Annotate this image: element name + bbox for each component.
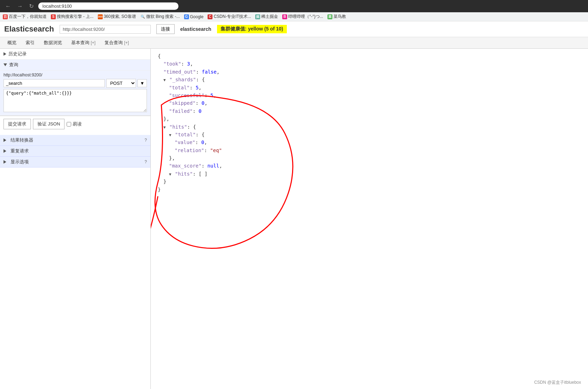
shards-collapse-arrow[interactable]: ▼ <box>163 78 166 82</box>
display-options-icon <box>4 160 6 164</box>
display-options-row[interactable]: 显示选项 ? <box>0 157 150 168</box>
app-header: Elasticsearch 连接 elasticsearch 集群健康值: ye… <box>0 21 588 37</box>
query-section-header[interactable]: 查询 <box>0 60 150 70</box>
json-line-1: "took": 3, <box>158 60 581 68</box>
bookmark-runoob[interactable]: 菜 菜鸟教 <box>327 14 346 20</box>
json-line-4: "total": 5, <box>158 84 581 91</box>
query-url: http://localhost:9200/ <box>4 73 147 77</box>
browser-chrome: ← → ↻ localhost:9100 <box>0 0 588 12</box>
json-line-8: }, <box>158 115 581 123</box>
sougou-icon: S <box>51 14 56 19</box>
sidebar: 历史记录 查询 http://localhost:9200/ POST GET … <box>0 49 151 389</box>
repeat-request-icon <box>4 149 6 153</box>
bookmark-sougou[interactable]: S 搜狗搜索引擎 - 上... <box>51 14 94 20</box>
json-line-13: }, <box>158 154 581 162</box>
runoob-icon: 菜 <box>327 14 332 19</box>
readable-checkbox-input[interactable] <box>67 122 71 127</box>
query-section: http://localhost:9200/ POST GET PUT DELE… <box>0 70 150 116</box>
action-buttons: 提交请求 验证 JSON 易读 <box>4 119 147 129</box>
tab-index[interactable]: 索引 <box>21 37 39 48</box>
query-collapse-icon <box>4 63 7 66</box>
sidebar-bottom: 提交请求 验证 JSON 易读 <box>0 116 150 135</box>
back-button[interactable]: ← <box>4 2 13 10</box>
json-line-3: ▼ "_shards": { <box>158 76 581 83</box>
bing-icon: 🔍 <box>140 14 145 19</box>
bookmark-360-label: 360搜索, SO靠谱 <box>104 14 136 20</box>
json-line-5: "successful": 5, <box>158 91 581 99</box>
json-line-6: "skipped": 0, <box>158 99 581 107</box>
cluster-name: elasticsearch <box>180 26 211 32</box>
json-line-15: ▼ "hits": [ ] <box>158 170 581 178</box>
json-line-0: { <box>158 52 581 60</box>
history-collapse-icon <box>4 52 6 56</box>
bookmark-csdn[interactable]: C CSDN-专业IT技术... <box>208 14 251 20</box>
connect-button[interactable]: 连接 <box>156 24 175 34</box>
result-transformer-row[interactable]: 结果转换器 ? <box>0 135 150 146</box>
cluster-health-badge: 集群健康值: yellow (5 of 10) <box>217 25 287 33</box>
tab-data-browse[interactable]: 数据浏览 <box>39 37 67 48</box>
bookmark-baidu-label: 百度一下，你就知道 <box>9 14 47 20</box>
bookmark-google[interactable]: G Google <box>184 14 204 19</box>
endpoint-input[interactable] <box>4 79 105 87</box>
json-line-12: "relation": "eq" <box>158 146 581 154</box>
reload-button[interactable]: ↻ <box>27 2 35 10</box>
history-section-header[interactable]: 历史记录 <box>0 49 150 60</box>
bookmark-bilibili[interactable]: B 哔哩哔哩（°-°)つ... <box>282 14 323 20</box>
json-line-17: } <box>158 186 581 193</box>
360-icon: 360 <box>98 14 103 19</box>
query-label: 查询 <box>9 62 18 68</box>
bookmark-baidu[interactable]: 百 百度一下，你就知道 <box>3 14 47 20</box>
json-line-16: } <box>158 178 581 185</box>
juejin-icon: 掘 <box>255 14 260 19</box>
bookmark-csdn-label: CSDN-专业IT技术... <box>214 14 251 20</box>
tab-basic-query[interactable]: 基本查询 [+] <box>67 37 100 48</box>
bookmark-runoob-label: 菜鸟教 <box>333 14 346 20</box>
content-panel: { "took": 3, "timed_out": false, ▼ "_sha… <box>151 49 588 389</box>
bookmark-bing-label: 微软 Bing 搜索 -... <box>146 14 180 20</box>
main-layout: 历史记录 查询 http://localhost:9200/ POST GET … <box>0 49 588 389</box>
google-icon: G <box>184 14 189 19</box>
submit-button[interactable]: 提交请求 <box>4 119 31 129</box>
hits-total-collapse-arrow[interactable]: ▼ <box>169 133 171 137</box>
footer-credit: CSDN @蓝盒子itbluebox <box>534 380 581 385</box>
json-line-7: "failed": 0 <box>158 107 581 115</box>
json-line-10: ▼ "total": { <box>158 131 581 138</box>
bookmark-bilibili-label: 哔哩哔哩（°-°)つ... <box>288 14 323 20</box>
app-title: Elasticsearch <box>4 25 54 34</box>
tab-compound-query[interactable]: 复合查询 [+] <box>100 37 133 48</box>
bookmark-juejin[interactable]: 掘 稀土掘金 <box>255 14 278 20</box>
result-transformer-help-icon[interactable]: ? <box>144 138 147 143</box>
bookmark-bing[interactable]: 🔍 微软 Bing 搜索 -... <box>140 14 180 20</box>
bookmarks-bar: 百 百度一下，你就知道 S 搜狗搜索引擎 - 上... 360 360搜索, S… <box>0 12 588 21</box>
forward-button[interactable]: → <box>15 2 25 10</box>
bookmark-360[interactable]: 360 360搜索, SO靠谱 <box>98 14 136 20</box>
repeat-request-label: 重复请求 <box>11 148 29 154</box>
es-url-input[interactable] <box>60 25 151 34</box>
json-line-11: "value": 0, <box>158 138 581 146</box>
json-line-14: "max_score": null, <box>158 162 581 170</box>
method-select[interactable]: POST GET PUT DELETE <box>106 79 136 88</box>
method-dropdown-arrow[interactable]: ▼ <box>137 79 147 87</box>
footer: CSDN @蓝盒子itbluebox <box>534 380 581 385</box>
bookmark-google-label: Google <box>190 14 204 19</box>
nav-tabs: 概览 索引 数据浏览 基本查询 [+] 复合查询 [+] <box>0 37 588 49</box>
result-transformer-label: 结果转换器 <box>11 137 33 143</box>
baidu-icon: 百 <box>3 14 8 19</box>
tab-overview[interactable]: 概览 <box>3 37 21 48</box>
query-body-input[interactable]: {"query":{"match_all":{}}} <box>4 89 147 112</box>
address-bar[interactable]: localhost:9100 <box>38 2 178 10</box>
hits-inner-collapse-arrow[interactable]: ▼ <box>169 172 171 177</box>
validate-json-button[interactable]: 验证 JSON <box>33 119 65 129</box>
query-endpoint-row: POST GET PUT DELETE ▼ <box>4 79 147 88</box>
readable-checkbox-label[interactable]: 易读 <box>67 121 82 127</box>
bookmark-juejin-label: 稀土掘金 <box>261 14 278 20</box>
display-options-label: 显示选项 <box>11 159 29 165</box>
json-line-2: "timed_out": false, <box>158 68 581 76</box>
display-options-help-icon[interactable]: ? <box>144 159 147 164</box>
repeat-request-row[interactable]: 重复请求 <box>0 146 150 157</box>
hits-collapse-arrow[interactable]: ▼ <box>163 125 166 130</box>
json-line-9: ▼ "hits": { <box>158 123 581 131</box>
bookmark-sougou-label: 搜狗搜索引擎 - 上... <box>57 14 94 20</box>
readable-label: 易读 <box>73 121 82 127</box>
json-result: { "took": 3, "timed_out": false, ▼ "_sha… <box>158 52 581 193</box>
